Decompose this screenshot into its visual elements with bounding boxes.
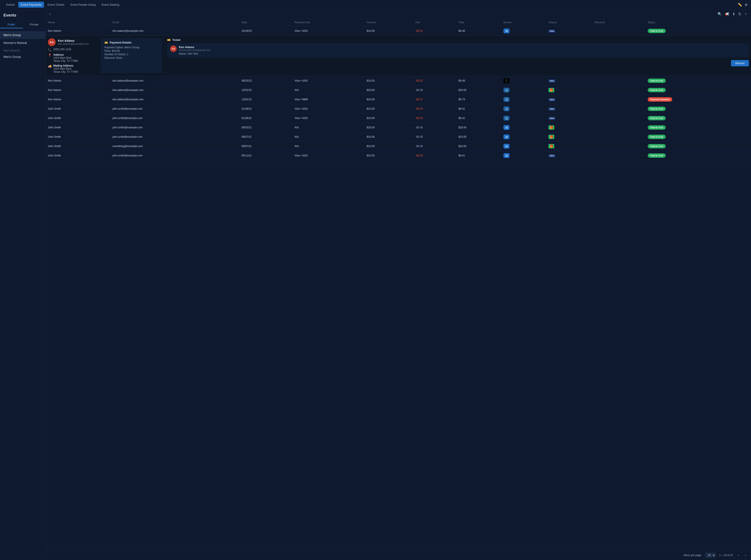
- table-row[interactable]: John Smith something@example.com 09/07/2…: [46, 142, 751, 151]
- main-header: ‹ 🔍 📢 ⬇ ⇅ ＋: [46, 9, 751, 19]
- expanded-content: KA Ken Adams ken.adams@example.com 📞 (55…: [46, 36, 751, 76]
- cell-email: something@example.com: [110, 142, 239, 151]
- cell-status: Paid In Full: [646, 26, 751, 36]
- add-row-icon[interactable]: ＋: [744, 12, 748, 16]
- nav-events[interactable]: Events: [3, 2, 17, 7]
- expanded-person: KA Ken Adams ken.adams@example.com 📞 (55…: [48, 38, 96, 73]
- ticket-card: KA Ken Adams brett.ponder+ken@gmail.com …: [167, 43, 749, 57]
- layout: Events Public Private Men's Group Women'…: [0, 9, 751, 560]
- ticket-section: 🎫 Ticket KA Ken Adams brett.ponder+ken@g…: [167, 38, 749, 73]
- cell-device: ≋: [501, 142, 546, 151]
- check-device-icon: ⊙: [503, 88, 509, 93]
- table-row[interactable]: John Smith john.smith@example.com 09/25/…: [46, 123, 751, 132]
- cell-status: Payment Needed: [646, 95, 751, 104]
- person-name: Ken Adams: [58, 39, 89, 42]
- tab-private[interactable]: Private: [23, 21, 46, 28]
- cell-date: 12/01/22: [239, 95, 292, 104]
- cell-status: Paid In Full: [646, 132, 751, 142]
- cell-total: $9.41: [456, 151, 501, 160]
- cell-total: $9.48: [456, 26, 501, 36]
- check-device-icon: ⊙: [503, 116, 509, 121]
- cell-email: ken.adams@example.com: [110, 85, 239, 95]
- filter-icon[interactable]: ⇅: [738, 12, 741, 16]
- cell-discount: [593, 95, 646, 104]
- cell-status: Paid In Full: [646, 114, 751, 123]
- cell-fee: -$0.52: [413, 26, 456, 36]
- ticket-name-row: Name: Ken Test: [179, 52, 210, 55]
- add-icon[interactable]: ⊕: [745, 3, 748, 7]
- nav-event-tickets[interactable]: Event Tickets: [45, 2, 67, 7]
- search-icon[interactable]: 🔍: [717, 12, 722, 16]
- cell-email: ken.adams@example.com: [110, 26, 239, 36]
- col-payment-info: Payment Info: [292, 19, 364, 26]
- cell-device: ≋: [501, 123, 546, 132]
- cell-name: Ken Adams: [46, 26, 110, 36]
- table-row[interactable]: John Smith john.smith@example.com 09/07/…: [46, 132, 751, 142]
- mailing-row: 🚚 Mailing Address 1324 Main Blvd Texas C…: [48, 64, 96, 73]
- cell-total: $9.73: [456, 95, 501, 104]
- table-row[interactable]: Ken Adams ken.adams@example.com 12/01/22…: [46, 95, 751, 104]
- next-page-button[interactable]: ›: [744, 553, 748, 558]
- status-badge: Paid In Full: [648, 135, 666, 139]
- edit-icon[interactable]: ✏️: [738, 3, 742, 7]
- nav-event-people-going[interactable]: Event People Going: [68, 2, 98, 7]
- ticket-icon: 🎫: [167, 38, 170, 42]
- cell-name: John Smith: [46, 151, 110, 160]
- wave-device-icon: ≋: [503, 28, 509, 33]
- table-row[interactable]: Ken Adams ken.adams@example.com 12/01/22…: [46, 85, 751, 95]
- table-row[interactable]: Ken Adams ken.adams@example.com 10/19/23…: [46, 26, 751, 36]
- table-row[interactable]: John Smith john.smith@example.com 01/28/…: [46, 114, 751, 123]
- col-name: Name: [46, 19, 110, 26]
- sidebar-tab-bar: Public Private: [0, 21, 45, 28]
- gift-source-icon: 🎁: [548, 88, 554, 92]
- table-row[interactable]: John Smith john.smith@example.com 01/28/…: [46, 104, 751, 114]
- table-row[interactable]: Ken Adams ken.adams@example.com 06/25/23…: [46, 76, 751, 85]
- pagination-range: 1 – 10 of 27: [719, 554, 733, 557]
- cell-date: 09/07/21: [239, 132, 292, 142]
- payment-details-label: Payment Details: [110, 41, 131, 44]
- address-line2: Texas City, TX 77589: [53, 59, 78, 62]
- prev-page-button[interactable]: ‹: [736, 553, 740, 558]
- nav-actions: ✏️ ⊕: [738, 3, 748, 7]
- sidebar-item-mens-group[interactable]: Men's Group: [0, 31, 45, 39]
- gift-source-icon: 🎁: [548, 144, 554, 148]
- cell-date: 06/25/23: [239, 76, 292, 85]
- download-icon[interactable]: ⬇: [732, 12, 735, 16]
- cell-payment-info: N/A: [292, 123, 364, 132]
- cell-status: Paid In Full: [646, 76, 751, 85]
- tab-public[interactable]: Public: [0, 21, 23, 28]
- refund-btn-wrap: Refund: [167, 60, 749, 66]
- sidebar-item-womens-retreat[interactable]: Women's Retreat: [0, 39, 45, 47]
- ticket-email: brett.ponder+ken@gmail.com: [179, 49, 210, 51]
- top-nav: Events Event Payments Event Tickets Even…: [0, 0, 751, 9]
- table-row[interactable]: John Smith john.smith@example.com 05/11/…: [46, 151, 751, 160]
- cell-status: Paid In Full: [646, 104, 751, 114]
- payment-details: 💳 Payment Details Payment Option: Men's …: [101, 38, 162, 73]
- cell-date: 05/11/21: [239, 151, 292, 160]
- phone-value: (555) 555-1234: [53, 48, 71, 51]
- cell-amount: $10.00: [365, 26, 413, 36]
- cell-fee: -$0.59: [413, 151, 456, 160]
- sidebar-item-past-mens-group[interactable]: Men's Group: [0, 53, 45, 61]
- items-per-page-select[interactable]: 10 25 50: [705, 553, 716, 558]
- cell-date: 01/28/22: [239, 104, 292, 114]
- back-button[interactable]: ‹: [49, 12, 50, 16]
- cell-discount: [593, 123, 646, 132]
- cell-payment-info: N/A: [292, 132, 364, 142]
- cell-amount: $10.00: [365, 104, 413, 114]
- nav-event-payments[interactable]: Event Payments: [18, 2, 44, 7]
- nav-event-seating[interactable]: Event Seating: [99, 2, 122, 7]
- cell-payment-info: Visa • 4242: [292, 76, 364, 85]
- cell-source: 🎁: [546, 123, 592, 132]
- status-badge: Paid In Full: [648, 153, 666, 158]
- cell-amount: $10.00: [365, 142, 413, 151]
- ticket-header: 🎫 Ticket: [167, 38, 749, 42]
- cell-fee: -$0.59: [413, 104, 456, 114]
- refund-button[interactable]: Refund: [731, 60, 749, 66]
- status-badge: Paid In Full: [648, 116, 666, 120]
- cell-source: VISA: [546, 76, 592, 85]
- megaphone-icon[interactable]: 📢: [725, 12, 729, 16]
- address-icon: 📍: [48, 54, 52, 57]
- items-per-page-label: Items per page:: [684, 554, 702, 557]
- ticket-name: Ken Adams: [179, 45, 210, 49]
